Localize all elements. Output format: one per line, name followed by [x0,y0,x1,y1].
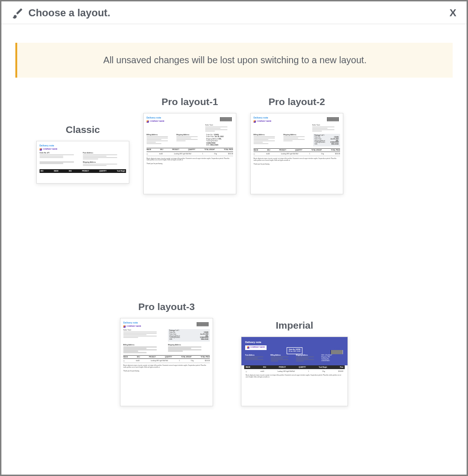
table-header: IMAGESKUPRODUCT QUANTITYTOTAL WEIGHTTOTA… [254,148,340,152]
barcode-icon [327,117,339,121]
layout-label-imperial: Imperial [276,320,314,331]
logo-icon [147,120,149,123]
layout-option-pro3[interactable]: Pro layout-3 Delivery note COMPANY NAME … [120,301,213,406]
layout-label-pro2: Pro layout-2 [268,96,325,107]
preview-company-name: COMPANY NAME [127,325,141,328]
preview-company-name: COMPANY NAME [150,120,164,123]
layout-label-pro1: Pro layout-1 [161,96,218,107]
preview-classic: Delivery note COMPANY NAME Order No. 471… [36,141,129,184]
logo-icon [123,325,126,328]
shipping-label: Shipping Address [168,344,210,346]
preview-company-name: COMPANY NAME [43,148,57,151]
shipping-label: Shipping Address [283,134,310,136]
shipping-label: Shipping Address [176,134,203,136]
preview-doc-title: Delivery note [245,341,344,344]
preview-company-name: COMPANY NAME [257,120,271,123]
billing-label: Billing Address [147,134,174,136]
table-header: SKUIMAGESKU PRODUCTQUANTITYTotal Weight [40,169,126,173]
warning-text: All unsaved changes will be lost upon sw… [103,55,367,65]
modal-header: Choose a layout. X [1,1,467,24]
billing-label: Billing Address [123,344,165,346]
table-row: ▢sku04Landing LED Light Wall Ball 10 kg$… [147,152,233,156]
footer-note: Mauris dignissim neque ut auctor suscipi… [254,158,340,162]
from-label: From Address [83,152,126,154]
table-row: ▢sku04Landing LED Light Wall Ball 10 kg$… [254,152,340,156]
footer-note: Mauris dignissim neque ut auctor suscipi… [147,158,233,162]
layout-option-pro1[interactable]: Pro layout-1 Delivery note COMPANY NAME … [143,96,236,194]
preview-company-name: COMPANY NAME [250,346,265,349]
layout-label-pro3: Pro layout-3 [138,301,194,312]
billing-label: Billing Address [254,134,281,136]
thanks-text: Thank you for purchasing. [147,163,233,165]
layout-grid: Classic Delivery note COMPANY NAME Order… [1,78,467,406]
table-header: IMAGESKUPRODUCT QUANTITYTOTAL WEIGHTTOTA… [147,148,233,152]
table-row: ▢sku04Landing LED Light Wall Ball 10 kg$… [123,359,210,363]
barcode-icon [197,322,209,326]
logo-icon [40,148,42,151]
footer-note: Mauris dignissim neque ut auctor suscipi… [244,374,345,378]
thanks-text: Thank you for purchasing. [254,163,340,165]
preview-pro3: Delivery note COMPANY NAME Sales Team Pa… [120,318,213,406]
table-row: ▢sku04Landing LED Light Wall Ball 10 kg$… [244,369,345,374]
thanks-text: Thank you for purchasing. [123,370,210,372]
preview-doc-title: Delivery note [40,144,126,147]
shipping-label: Shipping Address [83,161,126,163]
brush-icon [12,7,24,19]
footer-note: Mauris dignissim neque ut auctor suscipi… [123,365,210,369]
logo-icon [247,346,249,349]
preview-company: COMPANY NAME [245,345,267,350]
preview-pro1: Delivery note COMPANY NAME Sales Team Bi… [143,113,236,194]
package-box: Package 1 of 1 Order No.123456 Order Dat… [313,134,340,146]
logo-icon [254,120,256,123]
layout-option-pro2[interactable]: Pro layout-2 Delivery note COMPANY NAME … [250,96,343,194]
barcode-icon [331,350,343,354]
layout-option-classic[interactable]: Classic Delivery note COMPANY NAME Order… [36,124,129,194]
layout-option-imperial[interactable]: Imperial Delivery note COMPANY NAME Orde… [241,320,348,406]
package-box: Package 1 of 1 Order No.123456 Order Dat… [168,329,210,342]
preview-imperial: Delivery note COMPANY NAME Order No. 123… [241,337,348,406]
header-left: Choose a layout. [12,7,110,19]
barcode-icon [220,117,232,121]
close-button[interactable]: X [449,7,456,19]
layout-label-classic: Classic [66,124,100,135]
preview-pro2: Delivery note COMPANY NAME Sales Team Bi… [250,113,343,194]
warning-banner: All unsaved changes will be lost upon sw… [15,43,453,78]
order-box: Order No. 123789 28 Jan 2022, 10:40 [287,347,302,354]
table-header: IMAGESKUPRODUCT QUANTITYTOTAL WEIGHTTOTA… [123,355,210,359]
preview-company: COMPANY NAME [40,148,126,151]
table-header: IMAGESKUPRODUCT QUANTITYTotal WeightPric… [244,365,345,369]
modal-title: Choose a layout. [28,7,110,19]
imperial-header: Delivery note COMPANY NAME Order No. 123… [241,337,348,365]
